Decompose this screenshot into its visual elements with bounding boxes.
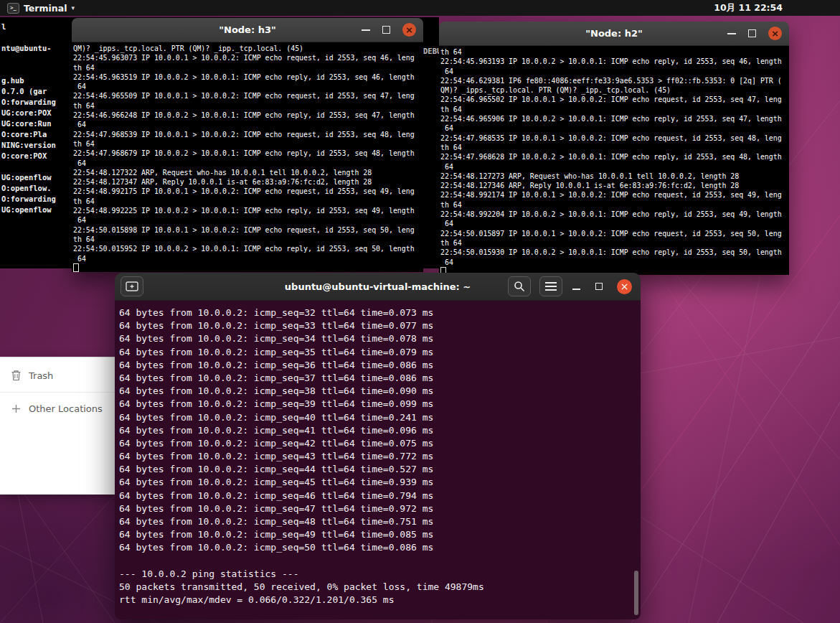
- search-button[interactable]: [508, 276, 531, 296]
- terminal-line: [1, 65, 56, 75]
- terminal-line: 22:54:48.992174 IP 10.0.0.1 > 10.0.0.2: …: [440, 190, 789, 200]
- window-titlebar[interactable]: "Node: h3" ×: [72, 18, 423, 42]
- terminal-line: QM)? _ipps._tcp.local. PTR (QM)? _ipp._t…: [73, 44, 423, 53]
- terminal-line: UG:core:Run: [1, 118, 56, 129]
- close-button[interactable]: ×: [768, 27, 782, 40]
- terminal-line: 64 bytes from 10.0.0.2: icmp_seq=48 ttl=…: [119, 515, 641, 528]
- terminal-line: 64 bytes from 10.0.0.2: icmp_seq=38 ttl=…: [119, 385, 641, 398]
- terminal-line: th 64: [440, 238, 789, 248]
- terminal-line: 64 bytes from 10.0.0.2: icmp_seq=50 ttl=…: [119, 541, 641, 554]
- terminal-line: UG:core:POX: [1, 108, 56, 118]
- terminal-line: 64 bytes from 10.0.0.2: icmp_seq=47 ttl=…: [119, 502, 641, 515]
- terminal-line: [1, 161, 56, 172]
- terminal-line: 22:54:50.015952 IP 10.0.0.2 > 10.0.0.1: …: [73, 244, 423, 253]
- terminal-line: 0.7.0 (gar: [1, 86, 56, 97]
- terminal-line: UG:openflow: [1, 205, 56, 215]
- terminal-line: 64 bytes from 10.0.0.2: icmp_seq=39 ttl=…: [119, 398, 641, 411]
- terminal-line: th 64: [73, 139, 423, 149]
- terminal-line: 22:54:48.127273 ARP, Request who-has 10.…: [440, 172, 789, 181]
- terminal-line: 64: [73, 254, 423, 263]
- terminal-line: --- 10.0.0.2 ping statistics ---: [119, 568, 641, 581]
- terminal-line: 22:54:47.968539 IP 10.0.0.1 > 10.0.0.2: …: [73, 130, 423, 139]
- new-tab-button[interactable]: [121, 276, 143, 296]
- terminal-line: 22:54:48.992204 IP 10.0.0.2 > 10.0.0.1: …: [440, 210, 789, 219]
- terminal-line: th 64: [440, 200, 789, 210]
- sidebar-item-other-locations[interactable]: Other Locations: [0, 398, 115, 419]
- terminal-line: [119, 555, 641, 568]
- plus-icon: [10, 404, 22, 413]
- terminal-line: O:core:Pla: [1, 129, 56, 140]
- prompt-line: mininet>: [119, 606, 641, 619]
- terminal-line: 64: [73, 82, 423, 91]
- terminal-line: 22:54:45.963193 IP 10.0.0.2 > 10.0.0.1: …: [440, 57, 789, 66]
- window-title: "Node: h3": [219, 24, 276, 35]
- terminal-line: 64 bytes from 10.0.0.2: icmp_seq=32 ttl=…: [119, 306, 641, 319]
- clock[interactable]: 10月 11 22:54: [714, 0, 783, 16]
- gnome-terminal-window: ubuntu@ubuntu-virtual-machine: ~ × 64 by…: [115, 273, 641, 619]
- scrollbar-thumb[interactable]: [634, 571, 638, 615]
- app-menu[interactable]: >_ Terminal ▾: [0, 0, 82, 16]
- window-title: "Node: h2": [585, 28, 643, 39]
- terminal-line: 64: [73, 159, 423, 168]
- terminal-line: 64 bytes from 10.0.0.2: icmp_seq=34 ttl=…: [119, 332, 641, 345]
- sidebar-item-trash[interactable]: Trash: [0, 365, 115, 386]
- terminal-line: [1, 32, 56, 43]
- terminal-headerbar[interactable]: ubuntu@ubuntu-virtual-machine: ~ ×: [115, 273, 641, 301]
- maximize-button[interactable]: [382, 26, 390, 34]
- terminal-line: 64: [73, 215, 423, 225]
- scrollbar[interactable]: [633, 301, 639, 619]
- menu-button[interactable]: [539, 276, 562, 296]
- terminal-line: 64 bytes from 10.0.0.2: icmp_seq=37 ttl=…: [119, 372, 641, 385]
- terminal-line: rtt min/avg/max/mdev = 0.066/0.322/1.201…: [119, 594, 641, 606]
- terminal-line: O:forwarding: [1, 194, 56, 205]
- desktop: >_ Terminal ▾ 10月 11 22:54 lntu@ubuntu-g…: [0, 0, 840, 623]
- terminal-cursor: [73, 263, 79, 272]
- trash-icon: [10, 370, 22, 381]
- terminal-line: 22:54:48.127346 ARP, Reply 10.0.0.1 is-a…: [440, 181, 789, 190]
- terminal-line: 22:54:48.127322 ARP, Request who-has 10.…: [73, 168, 423, 177]
- terminal-line: 64 bytes from 10.0.0.2: icmp_seq=40 ttl=…: [119, 411, 641, 424]
- window-titlebar[interactable]: "Node: h2" ×: [439, 22, 789, 46]
- minimize-button[interactable]: [727, 33, 736, 34]
- terminal-line: UG:openflow: [1, 172, 56, 183]
- terminal-line: [1, 54, 56, 65]
- terminal-line: 64 bytes from 10.0.0.2: icmp_seq=45 ttl=…: [119, 476, 641, 489]
- terminal-line: th 64: [73, 101, 423, 111]
- terminal-output[interactable]: QM)? _ipps._tcp.local. PTR (QM)? _ipp._t…: [72, 42, 423, 272]
- app-menu-label: Terminal: [24, 3, 67, 14]
- terminal-line: ntu@ubuntu-: [1, 43, 56, 54]
- terminal-line: l: [1, 22, 56, 32]
- terminal-line: 64: [440, 67, 789, 76]
- terminal-line: 64: [440, 162, 789, 172]
- terminal-line: th 64: [73, 63, 423, 72]
- maximize-button[interactable]: [748, 29, 756, 37]
- terminal-line: 64 bytes from 10.0.0.2: icmp_seq=35 ttl=…: [119, 346, 641, 359]
- terminal-output[interactable]: 64 bytes from 10.0.0.2: icmp_seq=32 ttl=…: [115, 301, 641, 619]
- close-button[interactable]: ×: [402, 23, 416, 37]
- terminal-line: g.hub: [1, 75, 56, 86]
- terminal-line: 22:54:50.015930 IP 10.0.0.2 > 10.0.0.1: …: [440, 248, 789, 257]
- terminal-line: 22:54:47.968535 IP 10.0.0.1 > 10.0.0.2: …: [440, 134, 789, 143]
- terminal-line: th 64: [73, 197, 423, 206]
- terminal-line: th 64: [73, 235, 423, 244]
- xterm-window-h2: "Node: h2" × th 6422:54:45.963193 IP 10.…: [439, 22, 789, 275]
- terminal-line: 22:54:47.968679 IP 10.0.0.2 > 10.0.0.1: …: [73, 149, 423, 158]
- minimize-button[interactable]: [362, 29, 370, 31]
- terminal-line: DEBU: [423, 46, 439, 57]
- terminal-line: 22:54:46.965502 IP 10.0.0.1 > 10.0.0.2: …: [440, 95, 789, 104]
- terminal-line: 22:54:48.992175 IP 10.0.0.1 > 10.0.0.2: …: [73, 187, 423, 196]
- terminal-output[interactable]: th 6422:54:45.963193 IP 10.0.0.2 > 10.0.…: [439, 46, 789, 275]
- terminal-line: th 64: [440, 143, 789, 152]
- hamburger-icon: [545, 282, 557, 291]
- terminal-line: QM)? _ipps._tcp.local. PTR (QM)? _ipp._t…: [440, 85, 789, 95]
- terminal-line: 22:54:47.968628 IP 10.0.0.2 > 10.0.0.1: …: [440, 152, 789, 161]
- terminal-line: 22:54:50.015897 IP 10.0.0.1 > 10.0.0.2: …: [440, 229, 789, 238]
- terminal-line: 64 bytes from 10.0.0.2: icmp_seq=42 ttl=…: [119, 437, 641, 450]
- terminal-line: 22:54:46.965509 IP 10.0.0.1 > 10.0.0.2: …: [73, 91, 423, 100]
- terminal-line: th 64: [440, 105, 789, 114]
- terminal-line: th 64: [440, 47, 789, 57]
- terminal-line: O:forwarding: [1, 97, 56, 108]
- minimize-button[interactable]: [571, 281, 581, 291]
- close-button[interactable]: ×: [617, 279, 632, 294]
- maximize-button[interactable]: [594, 281, 604, 291]
